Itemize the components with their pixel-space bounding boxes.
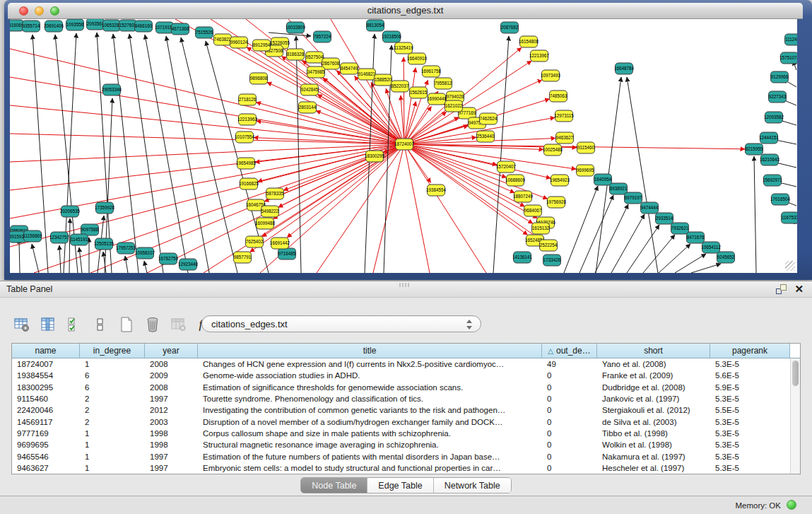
table-row[interactable]: 1872400712008Changes of HCN gene express… [12, 358, 800, 370]
graph-node[interactable]: 9245652 [717, 252, 735, 263]
graph-node[interactable]: 8186328 [287, 49, 305, 60]
graph-node[interactable]: 9896808 [250, 73, 268, 84]
graph-node[interactable]: 9227343 [769, 91, 787, 103]
graph-node[interactable]: 10688609 [505, 175, 526, 186]
graph-node[interactable]: 4671368 [172, 23, 189, 35]
graph-node[interactable]: 7857224 [314, 31, 331, 42]
close-panel-icon[interactable]: ✕ [794, 283, 804, 296]
row-height-icon[interactable] [91, 315, 110, 334]
table-row[interactable]: 969969511998Structural magnetic resonanc… [12, 439, 800, 450]
window-titlebar[interactable]: citations_edges.txt [8, 3, 803, 19]
graph-node[interactable]: 12505135 [94, 238, 114, 250]
graph-node[interactable]: 8912954 [253, 40, 271, 51]
graph-node[interactable]: 18807249 [513, 191, 534, 202]
graph-node[interactable]: 9463627 [556, 132, 574, 144]
graph-node[interactable]: 18300295 [365, 151, 385, 162]
graph-node[interactable]: 12213967 [529, 50, 550, 62]
table-row[interactable]: 1830029562008Estimation of significance … [12, 382, 800, 393]
graph-node[interactable]: 9474444 [641, 202, 659, 214]
graph-node[interactable]: 12213963 [237, 114, 258, 125]
table-settings-icon[interactable] [13, 315, 31, 334]
graph-node[interactable]: 8454749 [341, 63, 358, 74]
graph-node[interactable]: 15692971 [763, 175, 783, 186]
graph-node[interactable]: 10973493 [541, 70, 561, 81]
graph-node[interactable]: 17359928 [95, 202, 115, 214]
graph-node[interactable]: 16033809 [286, 22, 306, 33]
graph-node[interactable]: 9699695 [577, 165, 594, 176]
graph-node[interactable]: 20691406 [44, 21, 64, 32]
graph-node[interactable]: 9716485 [278, 248, 296, 259]
panel-resize-handle[interactable] [399, 283, 411, 287]
graph-node[interactable]: 10107554 [235, 132, 255, 143]
tab-edge-table[interactable]: Edge Table [367, 478, 433, 493]
graph-node[interactable]: 9960124 [230, 37, 248, 48]
graph-node[interactable]: 9684067 [524, 205, 542, 216]
graph-node[interactable]: 11325419 [394, 42, 413, 54]
graph-node[interactable]: 2522254 [540, 240, 558, 251]
graph-node[interactable]: 16154808 [519, 36, 539, 47]
float-panel-icon[interactable] [776, 284, 787, 294]
graph-node[interactable]: 19654985 [236, 158, 257, 169]
graph-node[interactable]: 2536440 [477, 131, 495, 142]
graph-node[interactable]: 1167533 [782, 212, 798, 223]
graph-node[interactable]: 19166825 [239, 178, 259, 189]
graph-node[interactable]: 7932621 [671, 223, 689, 234]
column-header-short[interactable]: short [597, 344, 710, 358]
create-table-icon[interactable] [117, 315, 136, 334]
graph-node[interactable]: 10025488 [543, 144, 563, 156]
graph-node[interactable]: 1621022 [445, 100, 463, 112]
graph-node[interactable]: 2087682 [501, 22, 519, 33]
graph-node[interactable]: 7463822 [214, 34, 232, 45]
table-row[interactable]: 1938455462009Genome-wide association stu… [12, 370, 800, 381]
graph-node[interactable]: 1562615 [410, 87, 428, 98]
graph-node[interactable]: 5498222 [261, 206, 279, 217]
graph-node[interactable]: 7462624 [480, 113, 498, 124]
graph-node[interactable]: 2803144 [299, 102, 317, 113]
graph-node[interactable]: 8813054 [367, 20, 384, 31]
delete-table-icon[interactable] [143, 315, 162, 334]
table-row[interactable]: 1456911722003Disruption of a novel membe… [12, 416, 800, 427]
table-scrollbar[interactable] [790, 358, 800, 474]
graph-node[interactable]: 9527504 [306, 52, 324, 63]
graph-node[interactable]: 3475985 [307, 66, 325, 78]
column-header-year[interactable]: year [145, 344, 198, 358]
graph-node[interactable]: 16099488 [255, 218, 276, 229]
graph-node[interactable]: 16648784 [614, 63, 635, 74]
graph-node[interactable]: 18724007 [394, 139, 415, 150]
graph-node[interactable]: 7515526 [196, 27, 213, 38]
table-row[interactable]: 946554611997Estimation of the future num… [12, 450, 800, 462]
graph-node[interactable]: 16782759 [158, 253, 179, 264]
graph-node[interactable]: 11156869 [23, 230, 42, 242]
graph-node[interactable]: 6979197 [625, 192, 642, 204]
column-header-in_degree[interactable]: in_degree [80, 344, 145, 358]
graph-node[interactable]: 8471676 [687, 232, 705, 243]
delete-column-icon[interactable] [170, 315, 188, 334]
graph-node[interactable]: 12093582 [764, 112, 784, 123]
graph-node[interactable]: 8938921 [610, 183, 628, 194]
tab-network-table[interactable]: Network Table [433, 478, 511, 493]
graph-node[interactable]: 15751074 [779, 52, 797, 64]
select-rows-icon[interactable] [65, 315, 83, 334]
graph-node[interactable]: 10958107 [135, 247, 155, 259]
network-graph-canvas[interactable]: 2516069935571420691406109355820935611065… [10, 19, 797, 273]
graph-node[interactable]: 1093558 [66, 19, 84, 30]
column-header-pagerank[interactable]: pagerank [710, 344, 790, 358]
graph-node[interactable]: 8522037 [392, 81, 409, 92]
table-row[interactable]: 2242004622012Investigating the contribut… [12, 404, 800, 416]
graph-node[interactable]: 16210643 [760, 154, 780, 165]
graph-node[interactable]: 29053346 [102, 84, 122, 95]
graph-node[interactable]: 8466160 [135, 21, 153, 32]
graph-node[interactable]: 9129966 [771, 71, 789, 83]
show-columns-icon[interactable] [39, 315, 57, 334]
graph-node[interactable]: 1640954 [594, 174, 612, 185]
graph-node[interactable]: 12973115 [554, 110, 574, 122]
scrollbar-thumb[interactable] [792, 361, 799, 386]
window-resize-grip[interactable] [785, 261, 795, 271]
graph-node[interactable]: 7485063 [550, 90, 567, 102]
graph-node[interactable]: 19756928 [546, 197, 567, 208]
table-row[interactable]: 977716911998Corpus callosum shape and si… [12, 428, 800, 439]
graph-node[interactable]: 12444151 [759, 132, 779, 144]
graph-node[interactable]: 10654112 [701, 242, 721, 253]
graph-node[interactable]: 2867608 [322, 58, 340, 69]
graph-node[interactable]: 17957253 [116, 243, 136, 254]
